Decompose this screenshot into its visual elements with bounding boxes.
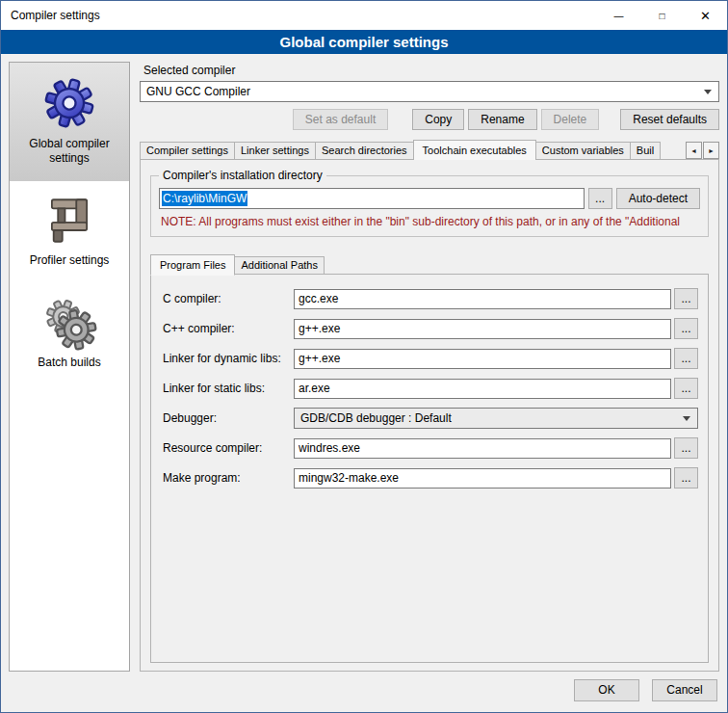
- dialog-body: Global compiler settings Profiler settin…: [1, 54, 727, 675]
- tab-compiler-settings[interactable]: Compiler settings: [140, 142, 235, 160]
- sidebar-item-label: Batch builds: [38, 356, 100, 370]
- sidebar-item-label: Profiler settings: [30, 253, 110, 268]
- batch-builds-icon: [41, 295, 97, 351]
- installation-directory-row: C:\raylib\MinGW ... Auto-detect: [159, 188, 700, 209]
- gear-icon: [40, 74, 98, 132]
- cpp-compiler-label: C++ compiler:: [163, 322, 294, 335]
- rename-button[interactable]: Rename: [468, 109, 536, 130]
- toolchain-executables-panel: Compiler's installation directory C:\ray…: [140, 159, 719, 672]
- dynamic-linker-input[interactable]: [294, 349, 671, 369]
- resource-compiler-label: Resource compiler:: [163, 441, 294, 455]
- installation-directory-selected-text: C:\raylib\MinGW: [162, 191, 247, 206]
- set-as-default-button[interactable]: Set as default: [293, 109, 388, 130]
- tab-scrollers: ◄ ►: [686, 142, 719, 159]
- main-panel: Selected compiler GNU GCC Compiler Set a…: [140, 62, 719, 672]
- compiler-actions: Set as default Copy Rename Delete Reset …: [140, 109, 719, 130]
- resource-compiler-browse-button[interactable]: ...: [674, 437, 698, 459]
- tab-scroll-left-button[interactable]: ◄: [686, 142, 702, 159]
- dynamic-linker-field: Linker for dynamic libs: ...: [163, 348, 698, 369]
- dynamic-linker-label: Linker for dynamic libs:: [163, 352, 294, 365]
- minimize-button[interactable]: —: [597, 1, 640, 30]
- reset-defaults-button[interactable]: Reset defaults: [620, 109, 719, 130]
- make-program-browse-button[interactable]: ...: [674, 467, 698, 489]
- tab-build-options[interactable]: Buil: [630, 142, 661, 160]
- c-compiler-field: C compiler: ...: [163, 288, 698, 309]
- cancel-button[interactable]: Cancel: [652, 679, 717, 701]
- sidebar-item-profiler-settings[interactable]: Profiler settings: [10, 181, 129, 283]
- installation-directory-group: Compiler's installation directory C:\ray…: [150, 175, 709, 237]
- cpp-compiler-browse-button[interactable]: ...: [674, 318, 698, 339]
- make-program-input[interactable]: [294, 468, 671, 489]
- tab-toolchain-executables[interactable]: Toolchain executables: [413, 140, 536, 160]
- make-program-label: Make program:: [163, 471, 294, 485]
- selected-compiler-combobox[interactable]: GNU GCC Compiler: [140, 81, 719, 102]
- delete-button[interactable]: Delete: [541, 109, 600, 130]
- window-controls: — □ ✕: [597, 1, 727, 30]
- dialog-footer: OK Cancel: [1, 675, 727, 712]
- resource-compiler-field: Resource compiler: ...: [163, 437, 698, 459]
- cpp-compiler-input[interactable]: [294, 319, 671, 339]
- dialog-header: Global compiler settings: [1, 30, 727, 54]
- resource-compiler-input[interactable]: [294, 438, 671, 459]
- installation-directory-group-title: Compiler's installation directory: [159, 169, 326, 182]
- window-title: Compiler settings: [1, 9, 100, 22]
- sidebar-item-batch-builds[interactable]: Batch builds: [10, 283, 129, 385]
- static-linker-browse-button[interactable]: ...: [674, 378, 698, 399]
- sidebar-item-global-compiler-settings[interactable]: Global compiler settings: [10, 63, 129, 181]
- profiler-tool-icon: [41, 193, 97, 249]
- settings-category-list: Global compiler settings Profiler settin…: [9, 62, 130, 672]
- debugger-value: GDB/CDB debugger : Default: [300, 411, 452, 425]
- compiler-settings-window: Compiler settings — □ ✕ Global compiler …: [0, 0, 728, 713]
- debugger-label: Debugger:: [163, 411, 294, 425]
- tab-search-directories[interactable]: Search directories: [315, 142, 414, 160]
- chevron-down-icon: [697, 82, 718, 101]
- dynamic-linker-browse-button[interactable]: ...: [674, 348, 698, 369]
- chevron-down-icon: [676, 409, 697, 428]
- c-compiler-label: C compiler:: [163, 292, 294, 305]
- debugger-field: Debugger: GDB/CDB debugger : Default: [163, 408, 698, 429]
- tab-custom-variables[interactable]: Custom variables: [535, 142, 631, 160]
- debugger-combobox[interactable]: GDB/CDB debugger : Default: [294, 408, 698, 429]
- installation-directory-input[interactable]: C:\raylib\MinGW: [159, 188, 585, 209]
- copy-button[interactable]: Copy: [412, 109, 464, 130]
- tab-program-files[interactable]: Program Files: [150, 254, 235, 276]
- ok-button[interactable]: OK: [574, 679, 639, 701]
- tab-linker-settings[interactable]: Linker settings: [234, 142, 316, 160]
- tab-scroll-right-button[interactable]: ►: [703, 142, 719, 159]
- c-compiler-input[interactable]: [294, 289, 671, 309]
- installation-directory-browse-button[interactable]: ...: [588, 188, 612, 209]
- note-text: NOTE: All programs must exist either in …: [161, 215, 698, 228]
- static-linker-input[interactable]: [294, 379, 671, 399]
- settings-tabs: Compiler settings Linker settings Search…: [140, 140, 719, 160]
- static-linker-field: Linker for static libs: ...: [163, 378, 698, 399]
- auto-detect-button[interactable]: Auto-detect: [616, 188, 700, 209]
- c-compiler-browse-button[interactable]: ...: [674, 288, 698, 309]
- program-files-panel: C compiler: ... C++ compiler: ... Linker…: [150, 274, 709, 663]
- sidebar-item-label: Global compiler settings: [13, 137, 125, 166]
- tab-additional-paths[interactable]: Additional Paths: [234, 256, 325, 275]
- static-linker-label: Linker for static libs:: [163, 382, 294, 395]
- close-button[interactable]: ✕: [684, 1, 727, 30]
- maximize-button[interactable]: □: [640, 1, 684, 30]
- selected-compiler-value: GNU GCC Compiler: [146, 85, 250, 98]
- titlebar: Compiler settings — □ ✕: [1, 1, 727, 30]
- selected-compiler-label: Selected compiler: [143, 64, 719, 77]
- make-program-field: Make program: ...: [163, 467, 698, 489]
- program-tabs: Program Files Additional Paths: [148, 254, 711, 275]
- cpp-compiler-field: C++ compiler: ...: [163, 318, 698, 339]
